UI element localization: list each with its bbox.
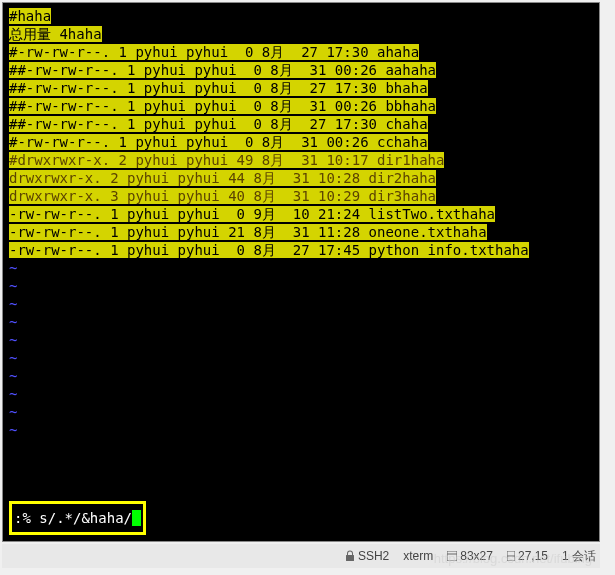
- vim-tilde: ~: [9, 403, 593, 421]
- term-type: xterm: [403, 549, 433, 563]
- command-text: :% s/.*/&haha/: [14, 510, 132, 526]
- terminal-line: #drwxrwxr-x. 2 pyhui pyhui 49 8月 31 10:1…: [9, 151, 593, 169]
- ssh-label: SSH2: [358, 549, 389, 563]
- terminal-line: -rw-rw-r--. 1 pyhui pyhui 21 8月 31 11:28…: [9, 223, 593, 241]
- terminal-output: #haha总用量 4haha#-rw-rw-r--. 1 pyhui pyhui…: [3, 3, 599, 443]
- terminal-window[interactable]: #haha总用量 4haha#-rw-rw-r--. 1 pyhui pyhui…: [2, 2, 600, 542]
- lock-icon: [345, 550, 355, 562]
- terminal-line: #-rw-rw-r--. 1 pyhui pyhui 0 8月 31 00:26…: [9, 133, 593, 151]
- vim-tilde: ~: [9, 259, 593, 277]
- vim-tilde: ~: [9, 421, 593, 439]
- terminal-line: drwxrwxr-x. 2 pyhui pyhui 44 8月 31 10:28…: [9, 169, 593, 187]
- terminal-line: #haha: [9, 7, 593, 25]
- vim-tilde: ~: [9, 295, 593, 313]
- terminal-line: ##-rw-rw-r--. 1 pyhui pyhui 0 8月 27 17:3…: [9, 115, 593, 133]
- ssh-status: SSH2: [345, 549, 389, 563]
- vim-tilde: ~: [9, 385, 593, 403]
- terminal-line: -rw-rw-r--. 1 pyhui pyhui 0 8月 27 17:45 …: [9, 241, 593, 259]
- status-bar: SSH2 xterm 83x27 27,15 1 会话 https://blog…: [2, 544, 600, 568]
- vim-tilde: ~: [9, 313, 593, 331]
- vim-tilde: ~: [9, 349, 593, 367]
- vim-command-line[interactable]: :% s/.*/&haha/: [9, 501, 146, 535]
- terminal-line: ##-rw-rw-r--. 1 pyhui pyhui 0 8月 31 00:2…: [9, 61, 593, 79]
- cursor: [132, 510, 141, 526]
- terminal-line: 总用量 4haha: [9, 25, 593, 43]
- terminal-line: drwxrwxr-x. 3 pyhui pyhui 40 8月 31 10:29…: [9, 187, 593, 205]
- terminal-line: ##-rw-rw-r--. 1 pyhui pyhui 0 8月 31 00:2…: [9, 97, 593, 115]
- watermark: https://blog.csdn.net/ifubing: [434, 551, 592, 566]
- vim-tilde: ~: [9, 367, 593, 385]
- terminal-line: #-rw-rw-r--. 1 pyhui pyhui 0 8月 27 17:30…: [9, 43, 593, 61]
- terminal-line: ##-rw-rw-r--. 1 pyhui pyhui 0 8月 27 17:3…: [9, 79, 593, 97]
- terminal-line: -rw-rw-r--. 1 pyhui pyhui 0 9月 10 21:24 …: [9, 205, 593, 223]
- vim-tilde: ~: [9, 331, 593, 349]
- vim-tilde: ~: [9, 277, 593, 295]
